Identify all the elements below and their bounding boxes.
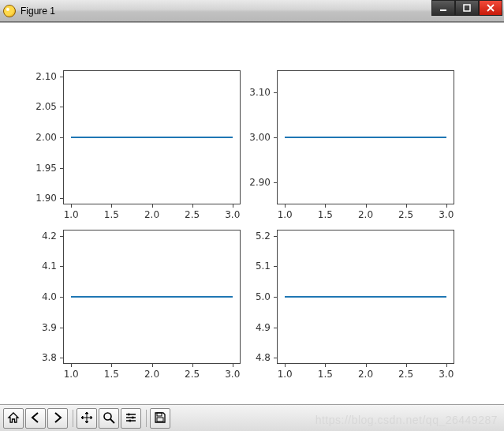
xtick-label: 3.0	[225, 209, 240, 220]
xtick-label: 2.0	[144, 369, 159, 380]
xtick-label: 1.5	[104, 209, 119, 220]
xtick-mark	[406, 204, 407, 208]
close-button[interactable]	[479, 0, 502, 16]
subplot-2[interactable]: 2.903.003.101.01.52.02.53.0	[277, 70, 454, 204]
subplot-4[interactable]: 4.84.95.05.15.21.01.52.02.53.0	[277, 230, 454, 364]
xtick-label: 1.0	[64, 369, 79, 380]
ytick-mark	[274, 236, 277, 237]
ytick-mark	[60, 137, 63, 138]
ytick-mark	[60, 358, 63, 358]
svg-rect-7	[157, 418, 163, 422]
toolbar-separator	[73, 410, 73, 427]
ytick-mark	[274, 328, 277, 328]
ytick-label: 1.95	[25, 163, 57, 174]
xtick-mark	[325, 364, 326, 367]
xtick-mark	[366, 364, 367, 367]
pan-button[interactable]	[77, 408, 97, 429]
back-button[interactable]	[25, 408, 46, 429]
svg-rect-3	[128, 413, 130, 415]
ytick-mark	[274, 92, 277, 93]
ytick-mark	[60, 77, 63, 77]
xtick-label: 1.0	[278, 209, 293, 220]
toolbar-separator	[146, 410, 147, 427]
xtick-mark	[285, 364, 286, 367]
ytick-label: 4.0	[25, 291, 57, 302]
ytick-mark	[60, 198, 63, 199]
maximize-button[interactable]	[455, 0, 479, 16]
ytick-mark	[60, 168, 63, 169]
xtick-label: 2.5	[398, 209, 413, 220]
xtick-mark	[152, 364, 153, 367]
window-title: Figure 1	[21, 6, 55, 17]
configure-button[interactable]	[121, 408, 141, 429]
ytick-label: 1.90	[25, 193, 57, 204]
data-line	[71, 296, 233, 298]
xtick-mark	[192, 364, 193, 367]
forward-button[interactable]	[47, 408, 68, 429]
ytick-mark	[274, 137, 277, 138]
xtick-label: 1.0	[64, 209, 79, 220]
move-icon	[80, 411, 93, 425]
xtick-mark	[152, 204, 153, 208]
subplot-3[interactable]: 3.83.94.04.14.21.01.52.02.53.0	[63, 230, 241, 364]
window-controls	[431, 0, 502, 16]
ytick-mark	[60, 236, 63, 237]
ytick-mark	[274, 182, 277, 183]
watermark-text: https://blog.csdn.net/qq_26449287	[315, 414, 498, 426]
svg-rect-1	[464, 5, 470, 11]
arrow-right-icon	[51, 411, 64, 425]
window-titlebar: Figure 1	[0, 0, 504, 22]
xtick-mark	[446, 364, 447, 367]
xtick-mark	[71, 204, 72, 208]
ytick-mark	[60, 328, 63, 328]
ytick-label: 5.0	[239, 291, 271, 302]
xtick-mark	[71, 364, 72, 367]
svg-point-2	[104, 413, 111, 420]
home-icon	[7, 411, 20, 425]
zoom-icon	[103, 411, 115, 425]
xtick-mark	[366, 204, 367, 208]
ytick-label: 2.90	[239, 177, 271, 188]
xtick-mark	[406, 364, 407, 367]
data-line	[285, 296, 446, 298]
svg-rect-4	[132, 416, 134, 418]
ytick-label: 2.00	[25, 132, 57, 143]
svg-rect-5	[129, 419, 132, 422]
data-line	[285, 137, 446, 138]
home-button[interactable]	[3, 408, 24, 429]
subplot-1[interactable]: 1.901.952.002.052.101.01.52.02.53.0	[63, 70, 241, 204]
ytick-label: 4.9	[239, 322, 271, 333]
xtick-mark	[111, 364, 112, 367]
xtick-mark	[233, 364, 233, 367]
xtick-mark	[192, 204, 193, 208]
ytick-mark	[60, 297, 63, 298]
xtick-label: 2.5	[185, 209, 200, 220]
xtick-label: 2.5	[185, 369, 200, 380]
xtick-label: 3.0	[439, 209, 454, 220]
arrow-left-icon	[29, 411, 42, 425]
ytick-mark	[60, 107, 63, 107]
ytick-label: 3.9	[25, 322, 57, 333]
xtick-mark	[233, 204, 233, 208]
ytick-label: 2.05	[25, 101, 57, 112]
xtick-label: 1.5	[318, 369, 333, 380]
ytick-label: 5.2	[239, 230, 271, 242]
data-line	[71, 137, 233, 138]
ytick-label: 5.1	[239, 260, 271, 272]
ytick-label: 4.8	[239, 352, 271, 363]
xtick-mark	[111, 204, 112, 208]
xtick-label: 1.5	[318, 209, 333, 220]
ytick-mark	[274, 297, 277, 298]
ytick-label: 3.00	[239, 132, 271, 143]
save-icon	[154, 411, 166, 425]
nav-toolbar: https://blog.csdn.net/qq_26449287	[0, 404, 504, 431]
ytick-label: 4.2	[25, 230, 57, 242]
xtick-label: 3.0	[439, 369, 454, 380]
ytick-mark	[274, 266, 277, 267]
ytick-label: 3.10	[239, 87, 271, 98]
zoom-button[interactable]	[99, 408, 119, 429]
save-button[interactable]	[150, 408, 170, 429]
ytick-label: 2.10	[25, 71, 57, 82]
xtick-mark	[446, 204, 447, 208]
minimize-button[interactable]	[431, 0, 455, 16]
